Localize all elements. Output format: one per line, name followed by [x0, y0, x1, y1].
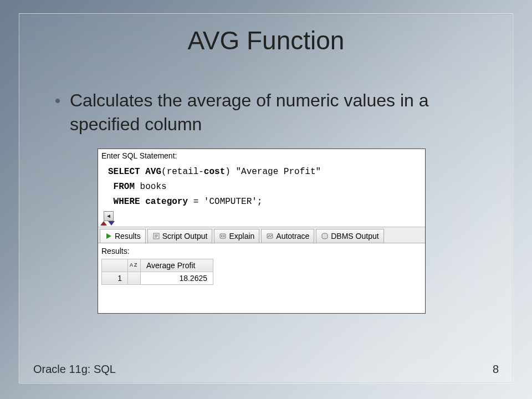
- tab-script-output[interactable]: Script Output: [147, 229, 213, 243]
- kw-from: FROM: [114, 182, 135, 192]
- script-icon: [152, 232, 160, 240]
- horizontal-scrollbar[interactable]: ◄: [98, 211, 425, 221]
- cell-average-profit-value: 18.2625: [141, 272, 213, 284]
- tab-label: Script Output: [162, 232, 208, 241]
- explain-icon: [219, 232, 227, 240]
- results-label: Results:: [101, 245, 422, 259]
- column-header-average-profit[interactable]: Average Profit: [141, 259, 213, 272]
- svg-point-6: [221, 235, 222, 236]
- results-area: Results: A Z Average Profit 1 18.2625: [98, 243, 425, 285]
- kw-cost: cost: [204, 167, 225, 177]
- code-where-rest: = 'COMPUTER';: [188, 197, 262, 207]
- play-icon: [105, 232, 112, 240]
- triangle-down-icon: [108, 221, 115, 226]
- grid-header-row: A Z Average Profit: [102, 259, 213, 272]
- kw-select: SELECT: [108, 167, 140, 177]
- tab-label: Results: [115, 232, 141, 241]
- tab-label: Explain: [229, 232, 254, 241]
- tab-results[interactable]: Results: [100, 229, 146, 243]
- sort-az-icon[interactable]: A Z: [128, 259, 141, 272]
- bullet-item: Calculates the average of numeric values…: [55, 89, 477, 136]
- grid-corner-cell: [102, 259, 128, 272]
- kw-avg: AVG: [145, 167, 161, 177]
- splitter-handles[interactable]: [98, 221, 425, 227]
- svg-marker-0: [106, 233, 111, 239]
- slide: AVG Function Calculates the average of n…: [0, 0, 532, 399]
- tab-autotrace[interactable]: Autotrace: [261, 229, 314, 243]
- tab-label: Autotrace: [276, 232, 309, 241]
- bullet-text: Calculates the average of numeric values…: [70, 89, 477, 136]
- row-number-cell: 1: [102, 272, 128, 284]
- sql-editor[interactable]: SELECT AVG(retail-cost) "Average Profit"…: [98, 162, 425, 210]
- results-tabbar: Results Script Output Explain Autotrace: [98, 227, 425, 243]
- tab-label: DBMS Output: [331, 232, 378, 241]
- footer-text: Oracle 11g: SQL: [33, 363, 116, 376]
- dbms-icon: [321, 232, 329, 240]
- sql-prompt-label: Enter SQL Statement:: [98, 149, 425, 162]
- results-grid: A Z Average Profit 1 18.2625: [101, 259, 213, 285]
- kw-where: WHERE: [114, 197, 140, 207]
- autotrace-icon: [266, 232, 274, 240]
- svg-point-7: [223, 235, 224, 236]
- code-from-table: books: [135, 182, 167, 192]
- page-number: 8: [493, 363, 499, 376]
- row-gutter-cell: [128, 272, 141, 284]
- tab-dbms-output[interactable]: DBMS Output: [316, 229, 383, 243]
- sql-worksheet-panel: Enter SQL Statement: SELECT AVG(retail-c…: [98, 149, 426, 314]
- kw-category: category: [145, 197, 188, 207]
- tab-explain[interactable]: Explain: [214, 229, 259, 243]
- code-expr-open: (retail-: [161, 167, 204, 177]
- code-expr-close: ) "Average Profit": [225, 167, 321, 177]
- bullet-dot-icon: [55, 99, 60, 103]
- svg-rect-5: [220, 234, 226, 238]
- triangle-up-icon: [100, 221, 107, 226]
- grid-data-row[interactable]: 1 18.2625: [102, 272, 213, 284]
- slide-title: AVG Function: [0, 25, 532, 55]
- scroll-left-button[interactable]: ◄: [104, 211, 114, 221]
